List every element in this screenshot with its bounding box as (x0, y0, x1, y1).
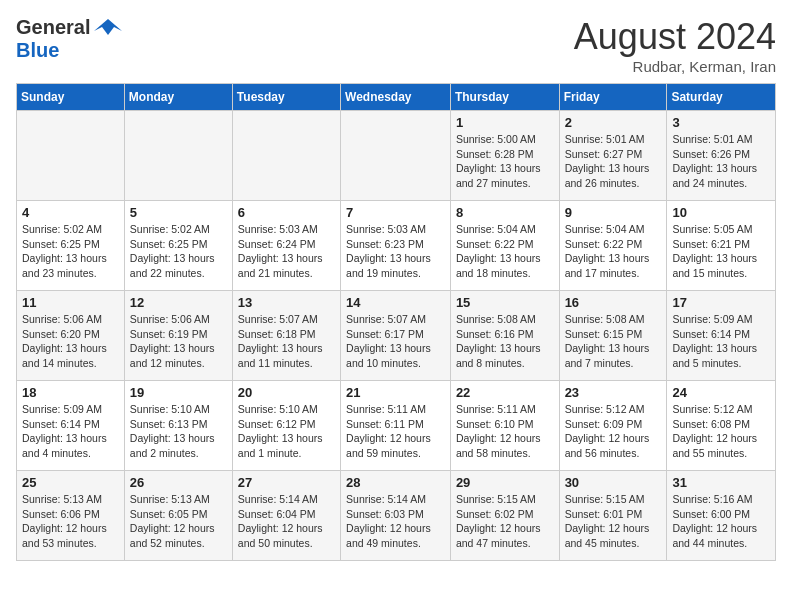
day-info: Sunrise: 5:13 AM Sunset: 6:06 PM Dayligh… (22, 492, 119, 551)
day-number: 1 (456, 115, 554, 130)
day-number: 30 (565, 475, 662, 490)
logo: General Blue (16, 16, 122, 62)
calendar-cell: 3Sunrise: 5:01 AM Sunset: 6:26 PM Daylig… (667, 111, 776, 201)
calendar-cell: 7Sunrise: 5:03 AM Sunset: 6:23 PM Daylig… (341, 201, 451, 291)
day-info: Sunrise: 5:01 AM Sunset: 6:26 PM Dayligh… (672, 132, 770, 191)
weekday-header-thursday: Thursday (450, 84, 559, 111)
calendar-cell: 17Sunrise: 5:09 AM Sunset: 6:14 PM Dayli… (667, 291, 776, 381)
calendar-cell: 19Sunrise: 5:10 AM Sunset: 6:13 PM Dayli… (124, 381, 232, 471)
day-number: 10 (672, 205, 770, 220)
day-number: 13 (238, 295, 335, 310)
calendar-cell: 23Sunrise: 5:12 AM Sunset: 6:09 PM Dayli… (559, 381, 667, 471)
day-number: 7 (346, 205, 445, 220)
day-info: Sunrise: 5:08 AM Sunset: 6:15 PM Dayligh… (565, 312, 662, 371)
day-number: 11 (22, 295, 119, 310)
calendar-cell: 29Sunrise: 5:15 AM Sunset: 6:02 PM Dayli… (450, 471, 559, 561)
day-info: Sunrise: 5:02 AM Sunset: 6:25 PM Dayligh… (22, 222, 119, 281)
logo-blue-text: Blue (16, 39, 59, 61)
calendar-cell: 25Sunrise: 5:13 AM Sunset: 6:06 PM Dayli… (17, 471, 125, 561)
day-number: 29 (456, 475, 554, 490)
calendar-cell: 28Sunrise: 5:14 AM Sunset: 6:03 PM Dayli… (341, 471, 451, 561)
calendar-cell: 15Sunrise: 5:08 AM Sunset: 6:16 PM Dayli… (450, 291, 559, 381)
day-number: 16 (565, 295, 662, 310)
calendar-title: August 2024 (574, 16, 776, 58)
day-number: 27 (238, 475, 335, 490)
weekday-header-sunday: Sunday (17, 84, 125, 111)
day-info: Sunrise: 5:02 AM Sunset: 6:25 PM Dayligh… (130, 222, 227, 281)
day-info: Sunrise: 5:14 AM Sunset: 6:03 PM Dayligh… (346, 492, 445, 551)
day-info: Sunrise: 5:08 AM Sunset: 6:16 PM Dayligh… (456, 312, 554, 371)
calendar-cell: 13Sunrise: 5:07 AM Sunset: 6:18 PM Dayli… (232, 291, 340, 381)
calendar-week-row: 18Sunrise: 5:09 AM Sunset: 6:14 PM Dayli… (17, 381, 776, 471)
day-number: 31 (672, 475, 770, 490)
day-info: Sunrise: 5:15 AM Sunset: 6:01 PM Dayligh… (565, 492, 662, 551)
calendar-cell: 5Sunrise: 5:02 AM Sunset: 6:25 PM Daylig… (124, 201, 232, 291)
day-number: 21 (346, 385, 445, 400)
day-number: 3 (672, 115, 770, 130)
weekday-header-row: SundayMondayTuesdayWednesdayThursdayFrid… (17, 84, 776, 111)
day-number: 25 (22, 475, 119, 490)
calendar-cell: 14Sunrise: 5:07 AM Sunset: 6:17 PM Dayli… (341, 291, 451, 381)
weekday-header-saturday: Saturday (667, 84, 776, 111)
day-number: 2 (565, 115, 662, 130)
calendar-cell: 4Sunrise: 5:02 AM Sunset: 6:25 PM Daylig… (17, 201, 125, 291)
day-number: 28 (346, 475, 445, 490)
day-number: 5 (130, 205, 227, 220)
day-info: Sunrise: 5:14 AM Sunset: 6:04 PM Dayligh… (238, 492, 335, 551)
calendar-cell: 18Sunrise: 5:09 AM Sunset: 6:14 PM Dayli… (17, 381, 125, 471)
calendar-cell: 16Sunrise: 5:08 AM Sunset: 6:15 PM Dayli… (559, 291, 667, 381)
day-number: 4 (22, 205, 119, 220)
day-number: 14 (346, 295, 445, 310)
day-number: 18 (22, 385, 119, 400)
calendar-cell: 24Sunrise: 5:12 AM Sunset: 6:08 PM Dayli… (667, 381, 776, 471)
calendar-cell: 30Sunrise: 5:15 AM Sunset: 6:01 PM Dayli… (559, 471, 667, 561)
calendar-cell: 20Sunrise: 5:10 AM Sunset: 6:12 PM Dayli… (232, 381, 340, 471)
calendar-cell: 6Sunrise: 5:03 AM Sunset: 6:24 PM Daylig… (232, 201, 340, 291)
day-number: 9 (565, 205, 662, 220)
calendar-cell: 9Sunrise: 5:04 AM Sunset: 6:22 PM Daylig… (559, 201, 667, 291)
weekday-header-friday: Friday (559, 84, 667, 111)
day-info: Sunrise: 5:13 AM Sunset: 6:05 PM Dayligh… (130, 492, 227, 551)
calendar-cell: 21Sunrise: 5:11 AM Sunset: 6:11 PM Dayli… (341, 381, 451, 471)
day-info: Sunrise: 5:01 AM Sunset: 6:27 PM Dayligh… (565, 132, 662, 191)
calendar-cell: 31Sunrise: 5:16 AM Sunset: 6:00 PM Dayli… (667, 471, 776, 561)
day-info: Sunrise: 5:11 AM Sunset: 6:10 PM Dayligh… (456, 402, 554, 461)
day-info: Sunrise: 5:09 AM Sunset: 6:14 PM Dayligh… (22, 402, 119, 461)
day-info: Sunrise: 5:04 AM Sunset: 6:22 PM Dayligh… (565, 222, 662, 281)
day-info: Sunrise: 5:16 AM Sunset: 6:00 PM Dayligh… (672, 492, 770, 551)
weekday-header-tuesday: Tuesday (232, 84, 340, 111)
day-info: Sunrise: 5:07 AM Sunset: 6:18 PM Dayligh… (238, 312, 335, 371)
day-info: Sunrise: 5:00 AM Sunset: 6:28 PM Dayligh… (456, 132, 554, 191)
day-number: 23 (565, 385, 662, 400)
day-info: Sunrise: 5:11 AM Sunset: 6:11 PM Dayligh… (346, 402, 445, 461)
calendar-cell: 1Sunrise: 5:00 AM Sunset: 6:28 PM Daylig… (450, 111, 559, 201)
day-info: Sunrise: 5:06 AM Sunset: 6:20 PM Dayligh… (22, 312, 119, 371)
calendar-cell (341, 111, 451, 201)
calendar-cell: 12Sunrise: 5:06 AM Sunset: 6:19 PM Dayli… (124, 291, 232, 381)
calendar-cell: 26Sunrise: 5:13 AM Sunset: 6:05 PM Dayli… (124, 471, 232, 561)
day-info: Sunrise: 5:03 AM Sunset: 6:24 PM Dayligh… (238, 222, 335, 281)
day-info: Sunrise: 5:04 AM Sunset: 6:22 PM Dayligh… (456, 222, 554, 281)
weekday-header-wednesday: Wednesday (341, 84, 451, 111)
day-info: Sunrise: 5:03 AM Sunset: 6:23 PM Dayligh… (346, 222, 445, 281)
svg-marker-0 (94, 19, 122, 35)
day-info: Sunrise: 5:05 AM Sunset: 6:21 PM Dayligh… (672, 222, 770, 281)
calendar-cell: 22Sunrise: 5:11 AM Sunset: 6:10 PM Dayli… (450, 381, 559, 471)
calendar-cell (232, 111, 340, 201)
calendar-week-row: 25Sunrise: 5:13 AM Sunset: 6:06 PM Dayli… (17, 471, 776, 561)
calendar-cell: 27Sunrise: 5:14 AM Sunset: 6:04 PM Dayli… (232, 471, 340, 561)
calendar-week-row: 11Sunrise: 5:06 AM Sunset: 6:20 PM Dayli… (17, 291, 776, 381)
day-info: Sunrise: 5:15 AM Sunset: 6:02 PM Dayligh… (456, 492, 554, 551)
day-number: 19 (130, 385, 227, 400)
logo-general-text: General (16, 16, 90, 39)
day-info: Sunrise: 5:10 AM Sunset: 6:12 PM Dayligh… (238, 402, 335, 461)
day-number: 12 (130, 295, 227, 310)
calendar-week-row: 1Sunrise: 5:00 AM Sunset: 6:28 PM Daylig… (17, 111, 776, 201)
calendar-table: SundayMondayTuesdayWednesdayThursdayFrid… (16, 83, 776, 561)
calendar-cell: 10Sunrise: 5:05 AM Sunset: 6:21 PM Dayli… (667, 201, 776, 291)
day-info: Sunrise: 5:06 AM Sunset: 6:19 PM Dayligh… (130, 312, 227, 371)
day-number: 26 (130, 475, 227, 490)
calendar-week-row: 4Sunrise: 5:02 AM Sunset: 6:25 PM Daylig… (17, 201, 776, 291)
calendar-cell: 8Sunrise: 5:04 AM Sunset: 6:22 PM Daylig… (450, 201, 559, 291)
day-info: Sunrise: 5:12 AM Sunset: 6:09 PM Dayligh… (565, 402, 662, 461)
